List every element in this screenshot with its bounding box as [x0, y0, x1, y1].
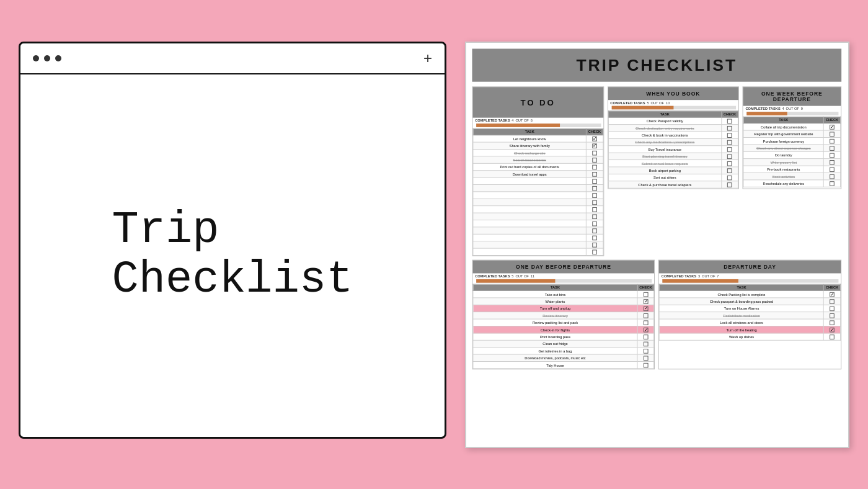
table-row	[473, 177, 603, 184]
departure-day-header: DEPARTURE DAY	[659, 260, 841, 273]
dot-1	[33, 55, 39, 61]
table-row	[473, 220, 603, 227]
dot-3	[55, 55, 61, 61]
table-row	[473, 199, 603, 205]
add-tab-icon[interactable]: +	[423, 50, 432, 67]
table-row: Let neighbours know	[473, 135, 603, 141]
table-row: Purchase foreign currency	[743, 137, 840, 144]
to-do-stats: COMPLETED TASKS 4 OUT OF 6	[472, 117, 603, 123]
table-row	[473, 213, 603, 220]
table-row: Redistribute medication	[659, 312, 840, 318]
table-row: Check-in for flights	[473, 326, 654, 333]
departure-day-stats: COMPLETED TASKS 3 OUT OF 7	[659, 273, 841, 279]
table-row: Print out hard copies of all documents	[473, 163, 603, 170]
table-row: Write grocery list	[743, 158, 840, 165]
when-you-book-stats: COMPLETED TASKS 5 OUT OF 10	[608, 100, 738, 106]
to-do-header: TO DO	[472, 87, 603, 117]
table-row	[473, 248, 603, 255]
table-row: Sort out sitters	[608, 174, 738, 181]
table-row: Turn on House Alarms	[659, 305, 840, 312]
table-row: Collate all trip documentation	[743, 123, 840, 130]
browser-title: Trip Checklist	[112, 206, 353, 304]
departure-day-section: DEPARTURE DAY COMPLETED TASKS 3 OUT OF 7	[658, 259, 841, 369]
departure-day-title: DEPARTURE DAY	[662, 264, 838, 270]
table-row: Print boarding pass	[473, 333, 654, 339]
to-do-title: TO DO	[475, 97, 601, 107]
table-row: Book airport parking	[608, 166, 738, 173]
table-row: Check Packing list is complete	[659, 290, 840, 297]
browser-dots	[33, 55, 61, 61]
table-row: Tidy House	[473, 361, 654, 368]
one-day-before-title: ONE DAY BEFORE DEPARTURE	[475, 264, 652, 270]
checklist-header: TRIP CHECKLIST	[472, 48, 841, 81]
table-row: Check passport & boarding pass packed	[659, 297, 840, 304]
one-day-before-table: TASK CHECK Take out bins Water plants	[472, 284, 654, 369]
table-row: Check & purchase travel adapters	[608, 181, 738, 187]
table-row: Do laundry	[743, 151, 840, 158]
table-row	[473, 234, 603, 241]
table-row	[473, 241, 603, 248]
checklist-panel: TRIP CHECKLIST WHEN YOU BOOK COMPLETED T…	[465, 42, 849, 448]
table-row: Pre-book restaurants	[743, 166, 840, 173]
table-row: Book activities	[743, 173, 840, 179]
one-week-before-table: TASK CHECK Collate all trip documentatio…	[743, 116, 841, 187]
checklist-title: TRIP CHECKLIST	[472, 55, 841, 74]
table-row: Turn off the heating	[659, 326, 840, 333]
one-day-before-header: ONE DAY BEFORE DEPARTURE	[472, 260, 654, 273]
to-do-table: TASK CHECK Let neighbours know Share iti…	[472, 128, 603, 255]
table-row: Check destination entry requirements	[608, 124, 738, 131]
table-row: Water plants	[473, 297, 654, 304]
table-row	[473, 227, 603, 233]
one-week-before-stats: COMPLETED TASKS 4 OUT OF 9	[743, 105, 841, 112]
table-row: Submit annual leave requests	[608, 159, 738, 166]
table-row: Turn off and unplug	[473, 305, 654, 312]
table-row: Review itinerary	[473, 312, 654, 318]
table-row: Buy Travel insurance	[608, 145, 738, 152]
one-day-before-section: ONE DAY BEFORE DEPARTURE COMPLETED TASKS…	[472, 259, 655, 369]
table-row: Register trip with government website	[743, 130, 840, 137]
table-row: Search local eateries	[473, 156, 603, 163]
table-row: Get toiletries in a bag	[473, 347, 654, 354]
when-you-book-title: WHEN YOU BOOK	[610, 90, 736, 96]
table-row: Check Passport validity	[608, 117, 738, 124]
table-row: Check any direct expense charges	[743, 144, 840, 151]
dot-2	[44, 55, 50, 61]
table-row: Reschedule any deliveries	[743, 179, 840, 186]
table-row: Share itinerary with family	[473, 142, 603, 149]
table-row	[473, 184, 603, 191]
table-row: Take out bins	[473, 290, 654, 297]
one-day-before-stats: COMPLETED TASKS 5 OUT OF 11	[472, 273, 654, 279]
one-week-before-header: ONE WEEK BEFORE DEPARTURE	[743, 87, 841, 105]
one-week-before-title: ONE WEEK BEFORE DEPARTURE	[745, 90, 838, 102]
to-do-section: TO DO COMPLETED TASKS 4 OUT OF 6	[472, 86, 604, 256]
table-row: Download travel apps	[473, 170, 603, 177]
table-row: Start planning travel itinerary	[608, 153, 738, 159]
table-row: Check recharge site	[473, 149, 603, 156]
table-row: Check any medications / prescriptions	[608, 138, 738, 145]
table-row: Clean out fridge	[473, 340, 654, 347]
table-row: Download movies, podcasts, music etc	[473, 354, 654, 361]
when-you-book-section: WHEN YOU BOOK COMPLETED TASKS 5 OUT OF 1…	[608, 86, 739, 189]
table-row: Review packing list and pack	[473, 319, 654, 326]
table-row: Lock all windows and doors	[659, 319, 840, 326]
browser-panel: + Trip Checklist	[19, 42, 446, 439]
table-row: Wash up dishes	[659, 333, 840, 339]
when-you-book-header: WHEN YOU BOOK	[608, 87, 738, 100]
browser-toolbar: +	[20, 43, 445, 74]
table-row	[473, 191, 603, 198]
table-row	[473, 205, 603, 212]
table-row: Check & book in vaccinations	[608, 131, 738, 138]
browser-content: Trip Checklist	[20, 74, 445, 437]
one-week-before-section: ONE WEEK BEFORE DEPARTURE COMPLETED TASK…	[743, 86, 841, 189]
departure-day-table: TASK CHECK Check Packing list is complet…	[659, 284, 841, 340]
when-you-book-table: TASK CHECK Check Passport validity Check…	[608, 110, 738, 188]
